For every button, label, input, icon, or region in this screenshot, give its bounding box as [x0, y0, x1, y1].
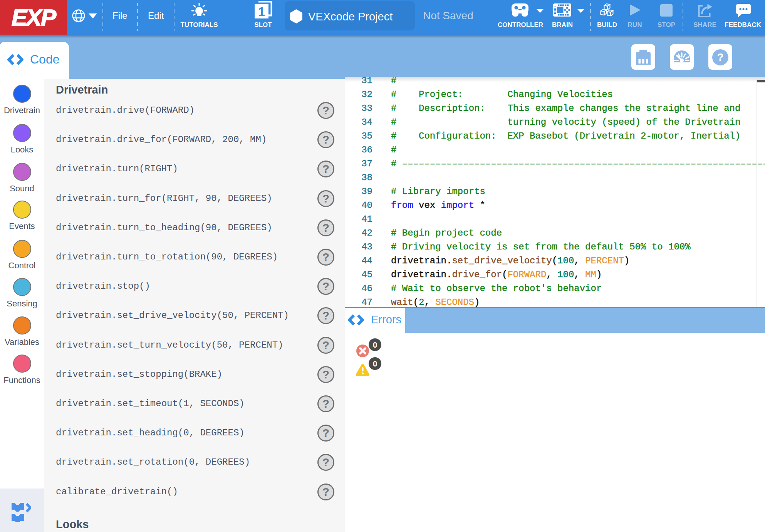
svg-text:1: 1 [258, 5, 265, 19]
